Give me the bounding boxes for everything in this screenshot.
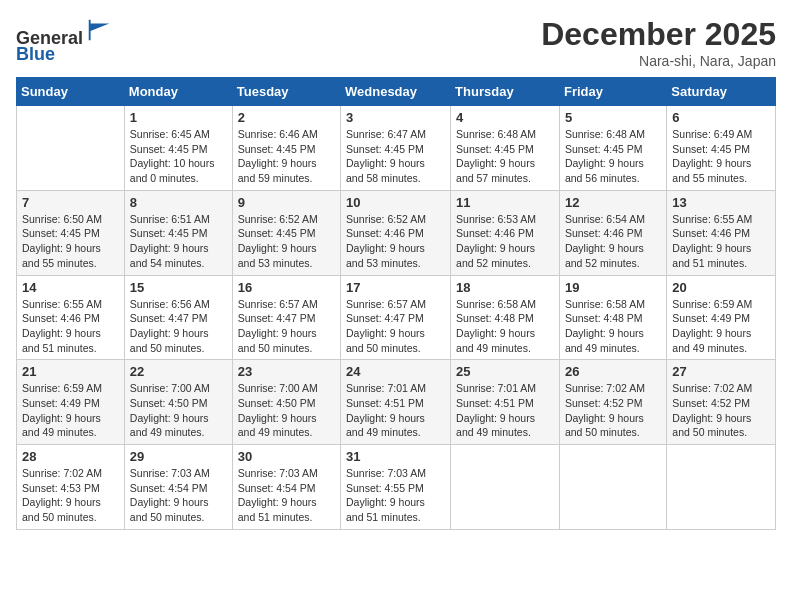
- day-info: Sunrise: 6:55 AMSunset: 4:46 PMDaylight:…: [672, 212, 770, 271]
- calendar-body: 1Sunrise: 6:45 AMSunset: 4:45 PMDaylight…: [17, 106, 776, 530]
- calendar-cell: 15Sunrise: 6:56 AMSunset: 4:47 PMDayligh…: [124, 275, 232, 360]
- calendar-week-4: 21Sunrise: 6:59 AMSunset: 4:49 PMDayligh…: [17, 360, 776, 445]
- calendar-cell: 5Sunrise: 6:48 AMSunset: 4:45 PMDaylight…: [559, 106, 666, 191]
- calendar-header-tuesday: Tuesday: [232, 78, 340, 106]
- day-info: Sunrise: 6:48 AMSunset: 4:45 PMDaylight:…: [456, 127, 554, 186]
- day-number: 28: [22, 449, 119, 464]
- day-number: 22: [130, 364, 227, 379]
- day-info: Sunrise: 6:56 AMSunset: 4:47 PMDaylight:…: [130, 297, 227, 356]
- calendar-cell: 14Sunrise: 6:55 AMSunset: 4:46 PMDayligh…: [17, 275, 125, 360]
- calendar-cell: 30Sunrise: 7:03 AMSunset: 4:54 PMDayligh…: [232, 445, 340, 530]
- calendar-cell: 26Sunrise: 7:02 AMSunset: 4:52 PMDayligh…: [559, 360, 666, 445]
- day-info: Sunrise: 6:52 AMSunset: 4:46 PMDaylight:…: [346, 212, 445, 271]
- day-number: 26: [565, 364, 661, 379]
- day-number: 20: [672, 280, 770, 295]
- day-number: 16: [238, 280, 335, 295]
- calendar-cell: 13Sunrise: 6:55 AMSunset: 4:46 PMDayligh…: [667, 190, 776, 275]
- calendar-header-saturday: Saturday: [667, 78, 776, 106]
- day-info: Sunrise: 6:58 AMSunset: 4:48 PMDaylight:…: [565, 297, 661, 356]
- day-info: Sunrise: 7:03 AMSunset: 4:55 PMDaylight:…: [346, 466, 445, 525]
- calendar-cell: 8Sunrise: 6:51 AMSunset: 4:45 PMDaylight…: [124, 190, 232, 275]
- calendar-header-friday: Friday: [559, 78, 666, 106]
- day-number: 7: [22, 195, 119, 210]
- calendar-week-2: 7Sunrise: 6:50 AMSunset: 4:45 PMDaylight…: [17, 190, 776, 275]
- day-info: Sunrise: 6:47 AMSunset: 4:45 PMDaylight:…: [346, 127, 445, 186]
- day-number: 27: [672, 364, 770, 379]
- day-number: 13: [672, 195, 770, 210]
- day-info: Sunrise: 6:57 AMSunset: 4:47 PMDaylight:…: [238, 297, 335, 356]
- day-number: 25: [456, 364, 554, 379]
- day-info: Sunrise: 7:02 AMSunset: 4:53 PMDaylight:…: [22, 466, 119, 525]
- calendar-cell: 20Sunrise: 6:59 AMSunset: 4:49 PMDayligh…: [667, 275, 776, 360]
- day-info: Sunrise: 7:03 AMSunset: 4:54 PMDaylight:…: [238, 466, 335, 525]
- logo: General Blue: [16, 16, 113, 65]
- day-info: Sunrise: 6:49 AMSunset: 4:45 PMDaylight:…: [672, 127, 770, 186]
- calendar-cell: 28Sunrise: 7:02 AMSunset: 4:53 PMDayligh…: [17, 445, 125, 530]
- day-number: 1: [130, 110, 227, 125]
- day-info: Sunrise: 6:51 AMSunset: 4:45 PMDaylight:…: [130, 212, 227, 271]
- day-number: 5: [565, 110, 661, 125]
- calendar-cell: 1Sunrise: 6:45 AMSunset: 4:45 PMDaylight…: [124, 106, 232, 191]
- calendar-cell: 12Sunrise: 6:54 AMSunset: 4:46 PMDayligh…: [559, 190, 666, 275]
- day-info: Sunrise: 7:02 AMSunset: 4:52 PMDaylight:…: [565, 381, 661, 440]
- calendar-cell: 6Sunrise: 6:49 AMSunset: 4:45 PMDaylight…: [667, 106, 776, 191]
- calendar-week-3: 14Sunrise: 6:55 AMSunset: 4:46 PMDayligh…: [17, 275, 776, 360]
- calendar-cell: 29Sunrise: 7:03 AMSunset: 4:54 PMDayligh…: [124, 445, 232, 530]
- day-info: Sunrise: 7:03 AMSunset: 4:54 PMDaylight:…: [130, 466, 227, 525]
- logo-flag-icon: [85, 16, 113, 44]
- calendar-cell: 31Sunrise: 7:03 AMSunset: 4:55 PMDayligh…: [341, 445, 451, 530]
- calendar-cell: 19Sunrise: 6:58 AMSunset: 4:48 PMDayligh…: [559, 275, 666, 360]
- calendar-cell: [667, 445, 776, 530]
- calendar-cell: 16Sunrise: 6:57 AMSunset: 4:47 PMDayligh…: [232, 275, 340, 360]
- calendar-header-wednesday: Wednesday: [341, 78, 451, 106]
- calendar-cell: [559, 445, 666, 530]
- calendar-cell: 23Sunrise: 7:00 AMSunset: 4:50 PMDayligh…: [232, 360, 340, 445]
- day-number: 3: [346, 110, 445, 125]
- day-info: Sunrise: 6:52 AMSunset: 4:45 PMDaylight:…: [238, 212, 335, 271]
- day-number: 19: [565, 280, 661, 295]
- day-info: Sunrise: 7:01 AMSunset: 4:51 PMDaylight:…: [346, 381, 445, 440]
- day-number: 18: [456, 280, 554, 295]
- day-info: Sunrise: 6:48 AMSunset: 4:45 PMDaylight:…: [565, 127, 661, 186]
- calendar-week-1: 1Sunrise: 6:45 AMSunset: 4:45 PMDaylight…: [17, 106, 776, 191]
- day-number: 2: [238, 110, 335, 125]
- calendar-cell: 17Sunrise: 6:57 AMSunset: 4:47 PMDayligh…: [341, 275, 451, 360]
- day-info: Sunrise: 6:58 AMSunset: 4:48 PMDaylight:…: [456, 297, 554, 356]
- day-number: 4: [456, 110, 554, 125]
- page-title: December 2025: [541, 16, 776, 53]
- day-number: 11: [456, 195, 554, 210]
- calendar-cell: 24Sunrise: 7:01 AMSunset: 4:51 PMDayligh…: [341, 360, 451, 445]
- calendar-cell: 27Sunrise: 7:02 AMSunset: 4:52 PMDayligh…: [667, 360, 776, 445]
- day-number: 30: [238, 449, 335, 464]
- calendar-cell: 10Sunrise: 6:52 AMSunset: 4:46 PMDayligh…: [341, 190, 451, 275]
- day-info: Sunrise: 6:45 AMSunset: 4:45 PMDaylight:…: [130, 127, 227, 186]
- calendar-cell: [17, 106, 125, 191]
- calendar-header-thursday: Thursday: [451, 78, 560, 106]
- calendar-cell: 4Sunrise: 6:48 AMSunset: 4:45 PMDaylight…: [451, 106, 560, 191]
- calendar-cell: 2Sunrise: 6:46 AMSunset: 4:45 PMDaylight…: [232, 106, 340, 191]
- calendar-header-monday: Monday: [124, 78, 232, 106]
- day-number: 8: [130, 195, 227, 210]
- day-number: 12: [565, 195, 661, 210]
- day-number: 9: [238, 195, 335, 210]
- day-info: Sunrise: 7:00 AMSunset: 4:50 PMDaylight:…: [238, 381, 335, 440]
- page-subtitle: Nara-shi, Nara, Japan: [541, 53, 776, 69]
- day-number: 24: [346, 364, 445, 379]
- day-number: 10: [346, 195, 445, 210]
- page-header: General Blue December 2025 Nara-shi, Nar…: [16, 16, 776, 69]
- svg-marker-0: [89, 20, 110, 41]
- calendar-table: SundayMondayTuesdayWednesdayThursdayFrid…: [16, 77, 776, 530]
- day-number: 17: [346, 280, 445, 295]
- day-info: Sunrise: 6:55 AMSunset: 4:46 PMDaylight:…: [22, 297, 119, 356]
- calendar-cell: 11Sunrise: 6:53 AMSunset: 4:46 PMDayligh…: [451, 190, 560, 275]
- calendar-cell: 21Sunrise: 6:59 AMSunset: 4:49 PMDayligh…: [17, 360, 125, 445]
- calendar-cell: 9Sunrise: 6:52 AMSunset: 4:45 PMDaylight…: [232, 190, 340, 275]
- day-number: 6: [672, 110, 770, 125]
- day-number: 15: [130, 280, 227, 295]
- day-info: Sunrise: 7:00 AMSunset: 4:50 PMDaylight:…: [130, 381, 227, 440]
- calendar-header-sunday: Sunday: [17, 78, 125, 106]
- day-number: 21: [22, 364, 119, 379]
- calendar-cell: 22Sunrise: 7:00 AMSunset: 4:50 PMDayligh…: [124, 360, 232, 445]
- day-info: Sunrise: 6:54 AMSunset: 4:46 PMDaylight:…: [565, 212, 661, 271]
- day-number: 23: [238, 364, 335, 379]
